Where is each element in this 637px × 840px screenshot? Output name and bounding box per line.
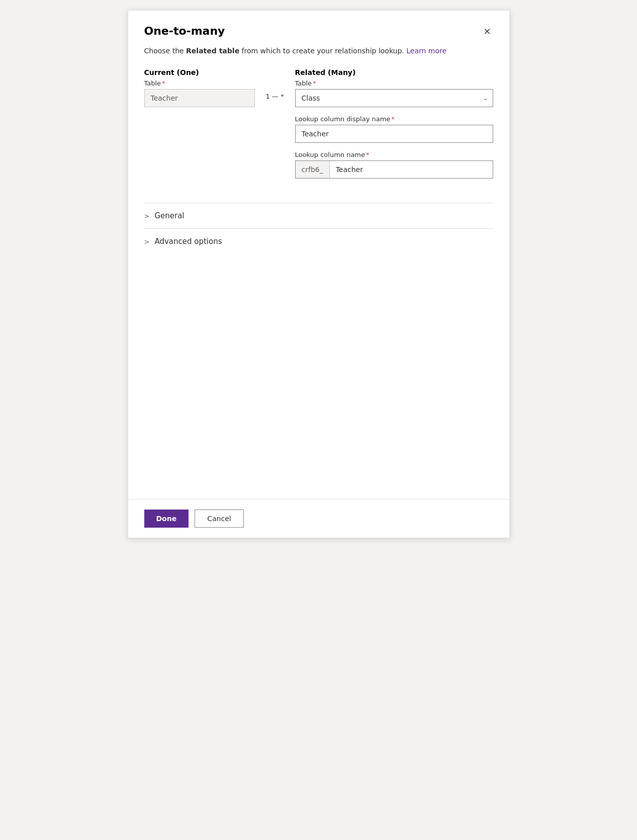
general-section-toggle[interactable]: > General	[144, 211, 493, 220]
dialog-header: One-to-many ×	[128, 11, 509, 46]
advanced-chevron-icon: >	[144, 238, 150, 245]
related-column-header: Related (Many)	[295, 68, 493, 76]
connector-text: 1 — *	[265, 93, 284, 100]
lookup-name-required: *	[366, 151, 370, 158]
subtitle-text: Choose the Related table from which to c…	[144, 47, 447, 55]
current-table-label: Table*	[144, 79, 255, 87]
advanced-section-toggle[interactable]: > Advanced options	[144, 237, 493, 246]
current-column-header: Current (One)	[144, 68, 255, 76]
subtitle-after: from which to create your relationship l…	[239, 47, 404, 55]
lookup-name-input[interactable]	[330, 161, 493, 178]
lookup-display-name-label: Lookup column display name*	[295, 115, 493, 123]
related-table-field: Table* Class ⌄	[295, 79, 493, 107]
lookup-display-required: *	[391, 115, 395, 123]
done-button[interactable]: Done	[144, 510, 189, 528]
subtitle-bold: Related table	[186, 47, 239, 55]
lookup-prefix: crfb6_	[296, 161, 330, 178]
lookup-name-field-wrapper: crfb6_	[295, 160, 493, 179]
lookup-display-name-input[interactable]	[295, 125, 493, 143]
dialog-footer: Done Cancel	[128, 499, 509, 538]
dialog-body: Current (One) Table* Teacher 1 — * Relat…	[128, 68, 509, 499]
relationship-columns: Current (One) Table* Teacher 1 — * Relat…	[144, 68, 493, 187]
advanced-section-label: Advanced options	[154, 237, 222, 246]
lookup-display-name-field: Lookup column display name*	[295, 115, 493, 143]
dialog-subtitle: Choose the Related table from which to c…	[128, 46, 509, 68]
cancel-button[interactable]: Cancel	[195, 510, 243, 528]
close-button[interactable]: ×	[481, 25, 493, 38]
related-table-select-wrapper: Class ⌄	[295, 89, 493, 107]
lookup-column-name-label: Lookup column name*	[295, 151, 493, 158]
current-column: Current (One) Table* Teacher	[144, 68, 255, 115]
current-table-field: Table* Teacher	[144, 79, 255, 107]
related-column: Related (Many) Table* Class ⌄ Lookup col…	[295, 68, 493, 187]
related-table-label: Table*	[295, 79, 493, 87]
general-section: > General	[144, 203, 493, 228]
connector: 1 — *	[255, 68, 295, 100]
lookup-column-name-field: Lookup column name* crfb6_	[295, 151, 493, 179]
dialog-title: One-to-many	[144, 25, 225, 37]
related-table-select[interactable]: Class	[295, 89, 493, 107]
learn-more-link[interactable]: Learn more	[406, 47, 446, 55]
current-table-required: *	[162, 79, 165, 87]
general-chevron-icon: >	[144, 212, 150, 220]
related-table-required: *	[313, 79, 316, 87]
general-section-label: General	[154, 211, 184, 220]
one-to-many-dialog: One-to-many × Choose the Related table f…	[128, 10, 510, 538]
advanced-section: > Advanced options	[144, 228, 493, 254]
current-table-value: Teacher	[144, 89, 255, 107]
